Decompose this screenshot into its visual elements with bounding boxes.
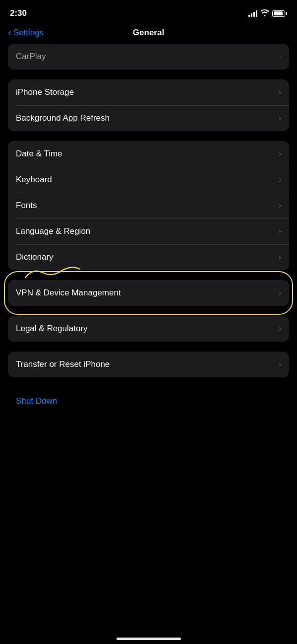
fonts-chevron-icon: › — [279, 201, 281, 210]
background-refresh-row[interactable]: Background App Refresh › — [8, 105, 289, 131]
date-time-label: Date & Time — [16, 149, 62, 159]
legal-chevron-icon: › — [279, 324, 281, 333]
date-time-chevron-icon: › — [279, 149, 281, 158]
shut-down-label: Shut Down — [16, 396, 57, 406]
carplay-row[interactable]: CarPlay › — [8, 44, 289, 70]
chevron-left-icon: ‹ — [8, 27, 11, 38]
keyboard-right: › — [279, 175, 281, 184]
background-refresh-right: › — [279, 114, 281, 123]
vpn-label: VPN & Device Management — [16, 288, 121, 298]
legal-section: Legal & Regulatory › — [8, 316, 289, 342]
fonts-row[interactable]: Fonts › — [8, 193, 289, 218]
legal-group: Legal & Regulatory › — [8, 316, 289, 342]
preferences-section: Date & Time › Keyboard › Fonts › — [8, 141, 289, 270]
reset-label: Transfer or Reset iPhone — [16, 359, 110, 369]
reset-chevron-icon: › — [279, 360, 281, 369]
language-region-row[interactable]: Language & Region › — [8, 218, 289, 244]
fonts-label: Fonts — [16, 201, 37, 211]
keyboard-chevron-icon: › — [279, 175, 281, 184]
vpn-chevron-icon: › — [279, 288, 281, 297]
background-refresh-chevron-icon: › — [279, 114, 281, 123]
reset-right: › — [279, 360, 281, 369]
shut-down-button[interactable]: Shut Down — [8, 387, 289, 415]
reset-section: Transfer or Reset iPhone › — [8, 352, 289, 377]
wifi-icon — [260, 9, 269, 18]
status-bar: 2:30 — [0, 0, 297, 24]
vpn-section: VPN & Device Management › — [8, 280, 289, 306]
preferences-group: Date & Time › Keyboard › Fonts › — [8, 141, 289, 270]
reset-row[interactable]: Transfer or Reset iPhone › — [8, 352, 289, 377]
date-time-row[interactable]: Date & Time › — [8, 141, 289, 167]
page-title: General — [133, 28, 164, 38]
carplay-label: CarPlay — [16, 52, 46, 62]
home-bar — [117, 638, 181, 640]
battery-icon — [272, 10, 287, 17]
carplay-section: CarPlay › — [8, 44, 289, 70]
legal-row[interactable]: Legal & Regulatory › — [8, 316, 289, 342]
iphone-storage-right: › — [279, 88, 281, 97]
reset-group: Transfer or Reset iPhone › — [8, 352, 289, 377]
fonts-right: › — [279, 201, 281, 210]
legal-right: › — [279, 324, 281, 333]
back-button[interactable]: ‹ Settings — [8, 27, 44, 38]
language-region-label: Language & Region — [16, 226, 90, 236]
signal-icon — [248, 10, 257, 17]
iphone-storage-label: iPhone Storage — [16, 87, 74, 97]
status-time: 2:30 — [10, 8, 27, 18]
language-region-right: › — [279, 227, 281, 236]
storage-section: iPhone Storage › Background App Refresh … — [8, 79, 289, 131]
legal-label: Legal & Regulatory — [16, 324, 88, 334]
storage-group: iPhone Storage › Background App Refresh … — [8, 79, 289, 131]
vpn-group: VPN & Device Management › — [8, 280, 289, 306]
dictionary-chevron-icon: › — [279, 253, 281, 262]
date-time-right: › — [279, 149, 281, 158]
back-label: Settings — [13, 28, 44, 38]
vpn-row[interactable]: VPN & Device Management › — [8, 280, 289, 306]
keyboard-label: Keyboard — [16, 175, 52, 185]
iphone-storage-chevron-icon: › — [279, 88, 281, 97]
dictionary-right: › — [279, 253, 281, 262]
home-indicator — [0, 633, 297, 644]
language-region-chevron-icon: › — [279, 227, 281, 236]
nav-bar: ‹ Settings General — [0, 24, 297, 44]
iphone-storage-row[interactable]: iPhone Storage › — [8, 79, 289, 105]
vpn-right: › — [279, 288, 281, 297]
background-refresh-label: Background App Refresh — [16, 113, 110, 123]
status-icons — [248, 9, 287, 18]
dictionary-label: Dictionary — [16, 252, 54, 262]
content-area: CarPlay › iPhone Storage › Background Ap… — [0, 44, 297, 415]
carplay-group: CarPlay › — [8, 44, 289, 70]
keyboard-row[interactable]: Keyboard › — [8, 167, 289, 193]
carplay-right: › — [279, 52, 281, 61]
carplay-chevron-icon: › — [279, 52, 281, 61]
dictionary-row[interactable]: Dictionary › — [8, 244, 289, 270]
